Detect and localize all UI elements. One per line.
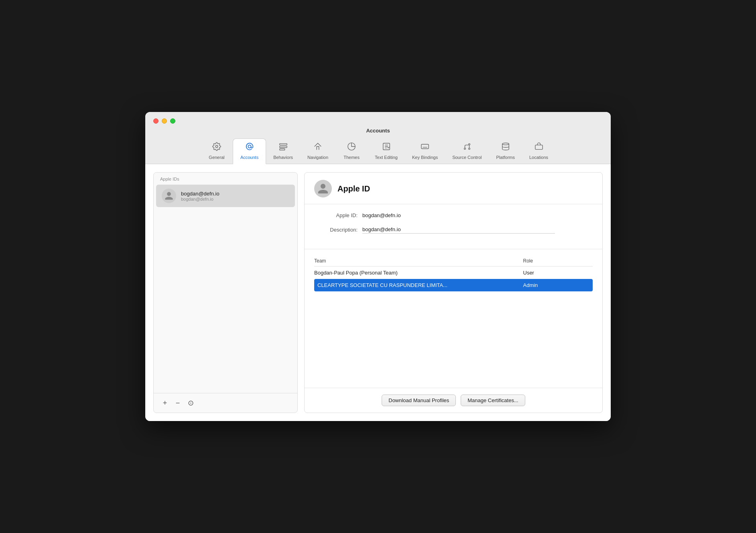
svg-point-9 xyxy=(469,148,470,150)
apple-id-row: Apple ID: bogdan@defn.io xyxy=(314,212,593,218)
team-role-cell: Admin xyxy=(523,279,593,291)
tab-source-control-label: Source Control xyxy=(452,155,482,160)
sidebar-item-name: bogdan@defn.io xyxy=(181,191,219,197)
tab-navigation-label: Navigation xyxy=(307,155,328,160)
svg-rect-4 xyxy=(279,149,285,151)
locations-icon xyxy=(534,142,543,153)
svg-point-8 xyxy=(469,144,470,145)
tab-general[interactable]: General xyxy=(201,139,233,164)
behaviors-icon xyxy=(279,142,288,153)
tab-themes-label: Themes xyxy=(343,155,360,160)
svg-rect-6 xyxy=(421,144,429,149)
tab-locations-label: Locations xyxy=(529,155,548,160)
sidebar-header: Apple IDs xyxy=(154,173,297,184)
tab-text-editing-label: Text Editing xyxy=(375,155,398,160)
team-role-cell: User xyxy=(523,266,593,279)
svg-point-7 xyxy=(464,148,466,150)
tab-key-bindings[interactable]: Key Bindings xyxy=(405,139,445,164)
team-name-cell: CLEARTYPE SOCIETATE CU RASPUNDERE LIMITA… xyxy=(314,279,523,291)
avatar xyxy=(162,189,176,203)
panel-title: Apple ID xyxy=(337,184,370,193)
window-controls xyxy=(153,118,175,124)
minimize-button[interactable] xyxy=(162,118,167,124)
panel-header: Apple ID xyxy=(305,173,602,204)
platforms-icon xyxy=(501,142,510,153)
content-area: Apple IDs bogdan@defn.io bogdan@defn.io … xyxy=(145,164,611,421)
svg-rect-11 xyxy=(535,145,542,149)
remove-account-button[interactable]: − xyxy=(172,397,183,409)
sidebar: Apple IDs bogdan@defn.io bogdan@defn.io … xyxy=(153,172,298,413)
gear-icon xyxy=(212,142,221,153)
window-title: Accounts xyxy=(366,128,390,134)
svg-rect-2 xyxy=(279,144,287,145)
description-label: Description: xyxy=(314,227,362,233)
description-input[interactable] xyxy=(362,226,555,234)
svg-rect-3 xyxy=(279,146,287,148)
main-window: Accounts General xyxy=(145,112,611,421)
svg-point-1 xyxy=(248,145,251,148)
table-row[interactable]: Bogdan-Paul Popa (Personal Team) User xyxy=(314,266,593,279)
close-button[interactable] xyxy=(153,118,159,124)
sidebar-item-info: bogdan@defn.io bogdan@defn.io xyxy=(181,191,219,201)
tab-platforms-label: Platforms xyxy=(496,155,515,160)
download-profiles-button[interactable]: Download Manual Profiles xyxy=(382,395,456,406)
tab-key-bindings-label: Key Bindings xyxy=(412,155,438,160)
description-row: Description: xyxy=(314,226,593,234)
table-row[interactable]: CLEARTYPE SOCIETATE CU RASPUNDERE LIMITA… xyxy=(314,279,593,291)
main-panel: Apple ID Apple ID: bogdan@defn.io Descri… xyxy=(304,172,603,413)
apple-id-value: bogdan@defn.io xyxy=(362,212,401,218)
add-account-button[interactable]: + xyxy=(159,397,171,409)
teams-table: Team Role Bogdan-Paul Popa (Personal Tea… xyxy=(314,256,593,291)
col-team: Team xyxy=(314,256,523,266)
svg-point-0 xyxy=(215,145,218,148)
tab-navigation[interactable]: Navigation xyxy=(300,139,335,164)
tab-behaviors-label: Behaviors xyxy=(273,155,293,160)
at-icon xyxy=(245,142,254,153)
tab-text-editing[interactable]: Text Editing xyxy=(368,139,405,164)
navigation-icon xyxy=(313,142,322,153)
sidebar-item-account[interactable]: bogdan@defn.io bogdan@defn.io xyxy=(156,185,295,207)
manage-certificates-button[interactable]: Manage Certificates... xyxy=(461,395,525,406)
svg-point-10 xyxy=(502,143,509,145)
key-bindings-icon xyxy=(421,142,429,153)
col-role: Role xyxy=(523,256,593,266)
sidebar-list: bogdan@defn.io bogdan@defn.io xyxy=(154,184,297,393)
tab-platforms[interactable]: Platforms xyxy=(489,139,522,164)
team-name-cell: Bogdan-Paul Popa (Personal Team) xyxy=(314,266,523,279)
tab-behaviors[interactable]: Behaviors xyxy=(266,139,300,164)
panel-footer: Download Manual Profiles Manage Certific… xyxy=(305,388,602,413)
fullscreen-button[interactable] xyxy=(170,118,175,124)
tab-general-label: General xyxy=(209,155,224,160)
sidebar-footer: + − ⊙ xyxy=(154,393,297,413)
teams-section: Team Role Bogdan-Paul Popa (Personal Tea… xyxy=(305,249,602,388)
panel-avatar xyxy=(314,180,332,197)
source-control-icon xyxy=(463,142,471,153)
panel-fields: Apple ID: bogdan@defn.io Description: xyxy=(305,204,602,249)
tab-accounts[interactable]: Accounts xyxy=(233,138,266,164)
tab-locations[interactable]: Locations xyxy=(522,139,555,164)
tab-themes[interactable]: Themes xyxy=(335,139,368,164)
titlebar: Accounts General xyxy=(145,112,611,164)
tab-accounts-label: Accounts xyxy=(240,155,258,160)
text-editing-icon xyxy=(382,142,391,153)
apple-id-label: Apple ID: xyxy=(314,212,362,218)
more-options-button[interactable]: ⊙ xyxy=(185,397,196,409)
themes-icon xyxy=(347,142,356,153)
sidebar-item-sub: bogdan@defn.io xyxy=(181,197,219,201)
toolbar: General Accounts xyxy=(201,138,555,164)
tab-source-control[interactable]: Source Control xyxy=(445,139,489,164)
